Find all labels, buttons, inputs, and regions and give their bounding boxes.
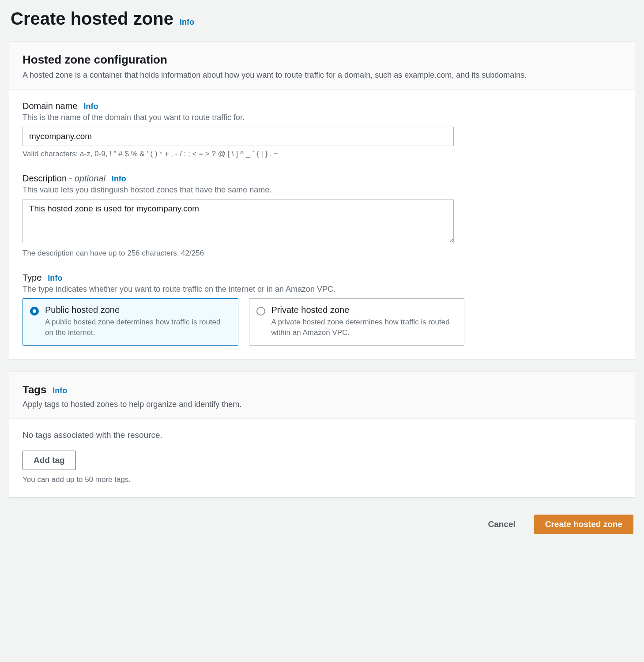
type-options: Public hosted zone A public hosted zone … <box>23 298 621 346</box>
tags-panel-title: Tags <box>23 384 46 396</box>
config-panel-title: Hosted zone configuration <box>23 53 621 67</box>
tags-panel-subtitle: Apply tags to hosted zones to help organ… <box>23 399 621 410</box>
radio-icon <box>30 307 39 316</box>
tags-panel: Tags Info Apply tags to hosted zones to … <box>9 372 635 498</box>
page-header: Create hosted zone Info <box>9 9 635 29</box>
domain-name-input[interactable] <box>23 127 454 146</box>
description-hint: The description can have up to 256 chara… <box>23 249 621 258</box>
description-info-link[interactable]: Info <box>112 174 126 184</box>
config-panel: Hosted zone configuration A hosted zone … <box>9 41 635 359</box>
config-panel-subtitle: A hosted zone is a container that holds … <box>23 69 621 81</box>
type-option-private-title: Private hosted zone <box>271 305 457 315</box>
tags-panel-body: No tags associated with the resource. Ad… <box>9 419 635 497</box>
type-option-public[interactable]: Public hosted zone A public hosted zone … <box>23 298 238 346</box>
description-label-text: Description - <box>23 173 75 183</box>
type-desc: The type indicates whether you want to r… <box>23 285 621 294</box>
page-info-link[interactable]: Info <box>180 18 194 27</box>
type-group: Type Info The type indicates whether you… <box>23 273 621 346</box>
create-hosted-zone-button[interactable]: Create hosted zone <box>534 515 633 534</box>
description-desc: This value lets you distinguish hosted z… <box>23 185 621 195</box>
tags-empty-text: No tags associated with the resource. <box>23 430 621 451</box>
config-panel-body: Domain name Info This is the name of the… <box>9 90 635 359</box>
type-label: Type <box>23 273 41 283</box>
add-tag-button[interactable]: Add tag <box>23 451 76 470</box>
type-option-public-desc: A public hosted zone determines how traf… <box>45 317 231 338</box>
tags-limit-hint: You can add up to 50 more tags. <box>23 475 621 484</box>
domain-name-hint: Valid characters: a-z, 0-9, ! " # $ % & … <box>23 150 621 158</box>
domain-name-info-link[interactable]: Info <box>84 102 98 111</box>
tags-panel-header: Tags Info Apply tags to hosted zones to … <box>9 372 635 419</box>
description-label: Description - optional <box>23 173 105 184</box>
description-input[interactable] <box>23 199 454 243</box>
type-info-link[interactable]: Info <box>48 274 62 283</box>
domain-name-label: Domain name <box>23 101 78 111</box>
footer-actions: Cancel Create hosted zone <box>9 510 635 538</box>
type-option-private[interactable]: Private hosted zone A private hosted zon… <box>249 298 465 346</box>
description-optional: optional <box>75 173 105 183</box>
config-panel-header: Hosted zone configuration A hosted zone … <box>9 41 635 90</box>
tags-info-link[interactable]: Info <box>53 386 67 395</box>
cancel-button[interactable]: Cancel <box>477 515 526 534</box>
radio-icon <box>256 307 265 316</box>
page-title: Create hosted zone <box>11 9 173 29</box>
type-option-public-title: Public hosted zone <box>45 305 231 315</box>
type-option-private-desc: A private hosted zone determines how tra… <box>271 317 457 338</box>
domain-name-group: Domain name Info This is the name of the… <box>23 101 621 158</box>
domain-name-desc: This is the name of the domain that you … <box>23 113 621 122</box>
description-group: Description - optional Info This value l… <box>23 173 621 258</box>
